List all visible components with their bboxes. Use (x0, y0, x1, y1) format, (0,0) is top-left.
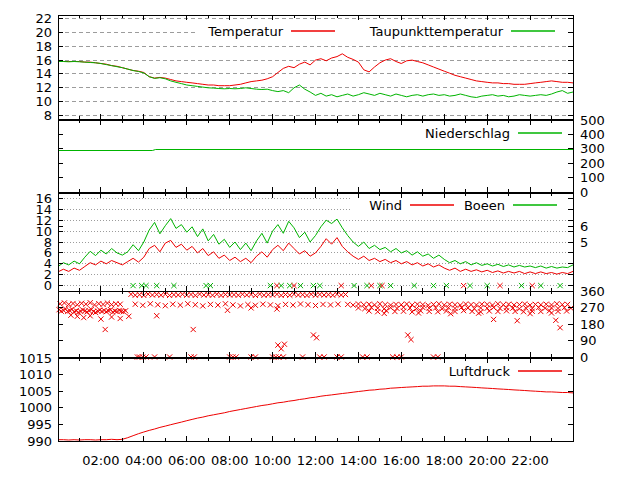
y-axis-label-right: 6 (580, 219, 588, 234)
weather-chart: http://www.tieffliegen.de/wetter/ 810121… (0, 0, 640, 480)
y-axis-label-right: 360 (580, 284, 605, 299)
x-axis-label: 02:00 (82, 453, 119, 468)
x-axis-label: 16:00 (383, 453, 420, 468)
y-axis-label-left: 8 (44, 108, 52, 123)
x-axis-label: 14:00 (340, 453, 377, 468)
y-axis-label-left: 20 (35, 25, 52, 40)
x-axis-label: 10:00 (254, 453, 291, 468)
y-axis-label-left: 1015 (19, 351, 52, 366)
y-axis-label-right: 400 (580, 127, 605, 142)
y-axis-label-right: 300 (580, 141, 605, 156)
y-axis-label-left: 1000 (19, 400, 52, 415)
y-axis-label-left: 18 (35, 39, 52, 54)
x-axis-label: 06:00 (168, 453, 205, 468)
y-axis-label-left: 1010 (19, 367, 52, 382)
y-axis-label-right: 5 (580, 235, 588, 250)
legend-label-niederschlag: Niederschlag (425, 126, 510, 141)
y-axis-label-left: 22 (35, 11, 52, 26)
x-axis-label: 08:00 (211, 453, 248, 468)
y-axis-label-right: 180 (580, 317, 605, 332)
legend-label-wind: Wind (369, 198, 402, 213)
x-axis-label: 20:00 (468, 453, 505, 468)
legend-label-taupunkttemperatur: Taupunkttemperatur (369, 24, 504, 39)
y-axis-label-left: 10 (35, 94, 52, 109)
legend-label-luftdruck: Luftdruck (449, 364, 511, 379)
legend-label-boeen: Boeen (464, 198, 505, 213)
x-axis-label: 18:00 (426, 453, 463, 468)
y-axis-label-left: 1005 (19, 384, 52, 399)
y-axis-label-left: 990 (27, 434, 52, 449)
y-axis-label-left: 12 (35, 80, 52, 95)
y-axis-label-right: 270 (580, 300, 605, 315)
x-axis-label: 12:00 (297, 453, 334, 468)
chart-background (0, 0, 640, 480)
legend-label-temperatur: Temperatur (207, 24, 283, 39)
y-axis-label-left: 16 (35, 53, 52, 68)
y-axis-label-right: 0 (580, 185, 588, 200)
x-axis-label: 04:00 (125, 453, 162, 468)
x-axis-label: 22:00 (511, 453, 548, 468)
y-axis-label-left: 16 (35, 191, 52, 206)
y-axis-label-right: 500 (580, 113, 605, 128)
y-axis-label-right: 90 (580, 333, 597, 348)
y-axis-label-right: 200 (580, 156, 605, 171)
y-axis-label-left: 995 (27, 417, 52, 432)
weather-dashboard: http://www.tieffliegen.de/wetter/ 810121… (0, 0, 640, 480)
y-axis-label-right: 100 (580, 170, 605, 185)
y-axis-label-right: 0 (580, 350, 588, 365)
y-axis-label-left: 14 (35, 66, 52, 81)
